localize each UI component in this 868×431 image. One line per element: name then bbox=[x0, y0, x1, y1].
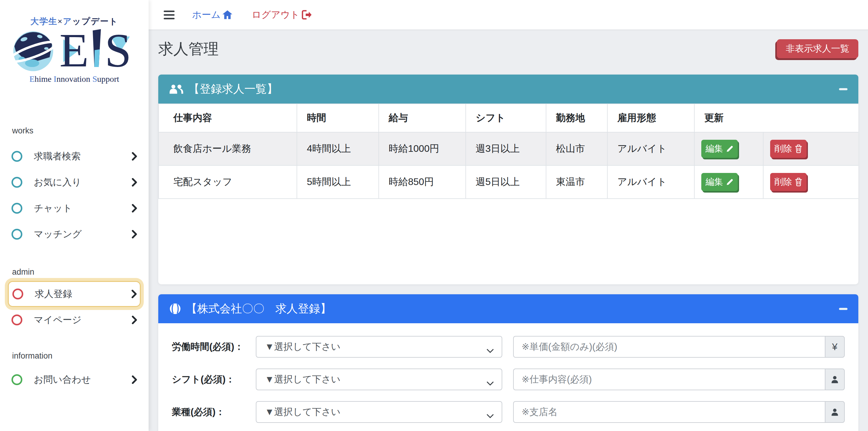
hidden-jobs-button[interactable]: 非表示求人一覧 bbox=[777, 39, 858, 58]
sidebar-item-matching[interactable]: マッチング bbox=[0, 221, 149, 247]
job-register-card-header: 【株式会社〇〇 求人登録】 bbox=[158, 294, 858, 323]
logo-subtitle: Ehime Innovation Support bbox=[29, 74, 119, 84]
chevron-down-icon bbox=[487, 377, 494, 389]
hamburger-menu-icon[interactable] bbox=[164, 10, 175, 19]
shift-select[interactable]: ▼選択して下さい bbox=[256, 368, 502, 390]
sidebar-item-job-seeker-search[interactable]: 求職者検索 bbox=[0, 143, 149, 169]
circle-icon bbox=[11, 177, 22, 188]
topbar: ホーム ログアウト bbox=[149, 0, 868, 30]
edit-button[interactable]: 編集 bbox=[701, 140, 738, 158]
person-addon bbox=[825, 401, 845, 423]
chevron-right-icon bbox=[132, 152, 137, 161]
page-title: 求人管理 bbox=[158, 40, 219, 58]
home-icon bbox=[222, 10, 232, 20]
job-table: 仕事内容 時間 給与 シフト 勤務地 雇用形態 更新 飲食店ホール業務 4時間以… bbox=[158, 103, 858, 199]
sidebar-item-contact[interactable]: お問い合わせ bbox=[0, 367, 149, 393]
section-label-information: information bbox=[0, 351, 149, 361]
sidebar-nav: works 求職者検索 お気に入り チャット マッチング bbox=[0, 126, 149, 393]
yen-addon: ¥ bbox=[825, 336, 845, 358]
chevron-down-icon bbox=[487, 410, 494, 421]
delete-button[interactable]: 削除 bbox=[770, 173, 807, 191]
svg-text:E: E bbox=[60, 27, 89, 74]
field-label-industry: 業種(必須)： bbox=[172, 406, 256, 418]
unit-price-input[interactable] bbox=[513, 336, 825, 358]
table-header-row: 仕事内容 時間 給与 シフト 勤務地 雇用形態 更新 bbox=[159, 104, 858, 132]
job-list-card-title: 【登録求人一覧】 bbox=[188, 81, 278, 97]
home-link[interactable]: ホーム bbox=[192, 8, 232, 21]
logout-link[interactable]: ログアウト bbox=[252, 8, 312, 21]
circle-icon bbox=[11, 314, 22, 325]
collapse-icon[interactable] bbox=[839, 88, 847, 90]
branch-name-input[interactable] bbox=[513, 401, 825, 423]
trash-icon bbox=[795, 144, 803, 153]
chevron-right-icon bbox=[132, 375, 137, 384]
field-label-shift: シフト(必須)： bbox=[172, 373, 256, 386]
circle-icon bbox=[11, 374, 22, 385]
job-list-card-header: 【登録求人一覧】 bbox=[158, 74, 858, 103]
section-label-works: works bbox=[0, 126, 149, 135]
person-icon bbox=[830, 407, 839, 417]
circle-icon bbox=[12, 289, 23, 299]
chevron-down-icon bbox=[487, 345, 494, 356]
job-description-input[interactable] bbox=[513, 368, 825, 390]
delete-button[interactable]: 削除 bbox=[770, 140, 807, 158]
logo-tagline: 大学生×アップデート bbox=[30, 16, 118, 27]
industry-select[interactable]: ▼選択して下さい bbox=[256, 401, 502, 423]
table-row: 飲食店ホール業務 4時間以上 時給1000円 週3日以上 松山市 アルバイト 編… bbox=[159, 132, 858, 165]
svg-text:S: S bbox=[105, 27, 131, 74]
eis-logo-icon: E S bbox=[11, 27, 138, 74]
sidebar-item-chat[interactable]: チャット bbox=[0, 195, 149, 221]
person-icon bbox=[830, 375, 839, 384]
baseball-icon bbox=[169, 303, 181, 315]
circle-icon bbox=[11, 151, 22, 162]
collapse-icon[interactable] bbox=[839, 308, 847, 310]
job-register-card-title: 【株式会社〇〇 求人登録】 bbox=[186, 301, 331, 316]
job-list-card: 【登録求人一覧】 仕事内容 時間 給与 シフト 勤務地 雇用形態 更新 bbox=[158, 74, 858, 284]
pencil-icon bbox=[726, 178, 734, 186]
content: 求人管理 非表示求人一覧 【登録求人一覧】 仕事内容 時間 bbox=[149, 30, 868, 431]
chevron-right-icon bbox=[132, 178, 137, 187]
sidebar-item-job-register[interactable]: 求人登録 bbox=[8, 281, 141, 307]
working-hours-select[interactable]: ▼選択して下さい bbox=[256, 336, 502, 358]
sidebar: 大学生×アップデート E S Ehime Innovation Support … bbox=[0, 0, 149, 431]
chevron-right-icon bbox=[132, 204, 137, 212]
trash-icon bbox=[795, 177, 803, 187]
job-register-card: 【株式会社〇〇 求人登録】 労働時間(必須)： ▼選択して下さい ¥ シ bbox=[158, 294, 858, 431]
person-addon bbox=[825, 368, 845, 390]
edit-button[interactable]: 編集 bbox=[701, 173, 738, 191]
logout-icon bbox=[302, 10, 312, 20]
sidebar-item-favorites[interactable]: お気に入り bbox=[0, 169, 149, 195]
chevron-right-icon bbox=[132, 316, 137, 324]
chevron-right-icon bbox=[132, 230, 137, 238]
users-icon bbox=[169, 84, 184, 95]
chevron-right-icon bbox=[131, 290, 137, 298]
table-row: 宅配スタッフ 5時間以上 時給850円 週5日以上 東温市 アルバイト 編集 削… bbox=[159, 165, 858, 199]
circle-icon bbox=[11, 229, 22, 240]
field-label-working-hours: 労働時間(必須)： bbox=[172, 340, 256, 353]
job-register-form: 労働時間(必須)： ▼選択して下さい ¥ シフト(必須)： ▼選択して下さい bbox=[158, 323, 858, 431]
circle-icon bbox=[11, 203, 22, 214]
pencil-icon bbox=[726, 145, 734, 153]
sidebar-item-my-page[interactable]: マイページ bbox=[0, 307, 149, 333]
section-label-admin: admin bbox=[0, 267, 149, 277]
logo: 大学生×アップデート E S Ehime Innovation Support bbox=[0, 0, 149, 84]
